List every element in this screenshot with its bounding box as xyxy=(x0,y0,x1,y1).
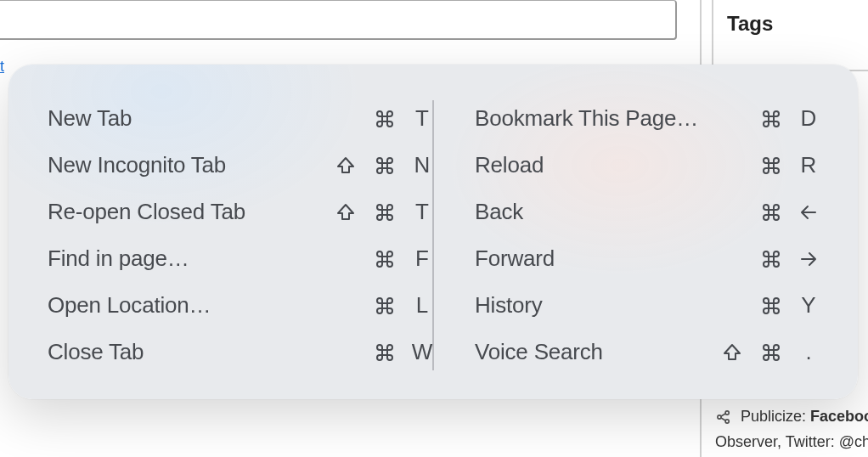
menu-item-new-incognito-tab[interactable]: New Incognito TabN xyxy=(48,145,432,186)
title-input[interactable] xyxy=(0,0,677,40)
menu-item-history[interactable]: HistoryY xyxy=(434,285,819,326)
menu-item-shortcut xyxy=(708,249,819,269)
share-icon xyxy=(715,409,732,426)
menu-item-label: Back xyxy=(475,199,523,225)
publicize-row[interactable]: Publicize: Facebook xyxy=(715,408,868,426)
shortcut-key: . xyxy=(798,339,819,365)
shortcut-key: F xyxy=(412,245,432,272)
menu-item-voice-search[interactable]: Voice Search. xyxy=(434,332,819,373)
menu-item-back[interactable]: Back xyxy=(434,192,819,233)
menu-item-bookmark-page[interactable]: Bookmark This Page…D xyxy=(434,99,819,139)
publicize-details: Observer, Twitter: @ch xyxy=(715,433,868,451)
svg-line-3 xyxy=(721,413,726,415)
cmd-icon xyxy=(759,155,783,176)
menu-item-shortcut: R xyxy=(708,152,819,178)
cmd-icon xyxy=(373,202,397,223)
menu-item-label: Re-open Closed Tab xyxy=(48,199,245,225)
cmd-icon xyxy=(759,109,783,129)
menu-column-left: New TabTNew Incognito TabNRe-open Closed… xyxy=(48,95,432,375)
menu-column-right: Bookmark This Page…DReloadRBackForwardHi… xyxy=(434,95,819,375)
menu-item-label: Open Location… xyxy=(48,292,211,319)
shortcut-key: L xyxy=(412,292,432,319)
shortcut-key xyxy=(798,202,819,223)
publicize-text: Publicize: Facebook xyxy=(741,408,868,426)
shortcut-key: W xyxy=(412,339,432,365)
menu-item-label: Find in page… xyxy=(48,245,189,272)
menu-item-shortcut: N xyxy=(322,152,432,178)
menu-item-reload[interactable]: ReloadR xyxy=(434,145,819,186)
shift-icon xyxy=(334,155,358,176)
menu-item-shortcut: . xyxy=(708,339,819,365)
menu-item-label: Reload xyxy=(475,152,544,178)
cmd-icon xyxy=(373,155,397,176)
shift-icon xyxy=(720,342,744,363)
menu-item-label: New Tab xyxy=(48,105,132,132)
menu-item-new-tab[interactable]: New TabT xyxy=(48,99,432,139)
cmd-icon xyxy=(373,109,397,129)
shortcut-key: N xyxy=(412,152,432,178)
shortcut-key: Y xyxy=(798,292,819,319)
menu-item-label: History xyxy=(475,292,543,319)
menu-item-label: Forward xyxy=(475,245,555,272)
link-fragment[interactable]: t xyxy=(0,58,7,76)
menu-item-shortcut: F xyxy=(322,245,432,272)
menu-item-label: Bookmark This Page… xyxy=(475,105,698,132)
menu-item-shortcut: Y xyxy=(708,292,819,319)
shift-icon xyxy=(334,202,358,223)
shortcut-key: T xyxy=(412,199,432,225)
menu-item-shortcut: T xyxy=(322,105,432,132)
menu-item-label: New Incognito Tab xyxy=(48,152,226,178)
menu-item-shortcut xyxy=(708,202,819,223)
shortcut-key: T xyxy=(412,105,432,132)
cmd-icon xyxy=(759,202,783,223)
menu-item-open-location[interactable]: Open Location…L xyxy=(48,285,432,326)
menu-item-label: Voice Search xyxy=(475,339,603,365)
cmd-icon xyxy=(759,249,783,269)
menu-item-reopen-closed-tab[interactable]: Re-open Closed TabT xyxy=(48,192,432,233)
menu-item-shortcut: L xyxy=(322,292,432,319)
cmd-icon xyxy=(759,342,783,363)
shortcut-panel: New TabTNew Incognito TabNRe-open Closed… xyxy=(8,65,858,399)
menu-item-shortcut: D xyxy=(708,105,819,132)
shortcut-key xyxy=(798,249,819,269)
cmd-icon xyxy=(373,296,397,316)
menu-item-forward[interactable]: Forward xyxy=(434,239,819,279)
menu-item-find-in-page[interactable]: Find in page…F xyxy=(48,239,432,279)
tags-panel-header: Tags xyxy=(712,0,868,71)
shortcut-key: R xyxy=(798,152,819,178)
shortcut-key: D xyxy=(798,105,819,132)
menu-item-shortcut: W xyxy=(322,339,432,365)
menu-item-close-tab[interactable]: Close TabW xyxy=(48,332,432,373)
cmd-icon xyxy=(373,249,397,269)
menu-item-label: Close Tab xyxy=(48,339,144,365)
cmd-icon xyxy=(759,296,783,316)
svg-line-4 xyxy=(721,417,726,420)
cmd-icon xyxy=(373,342,397,363)
menu-item-shortcut: T xyxy=(322,199,432,225)
